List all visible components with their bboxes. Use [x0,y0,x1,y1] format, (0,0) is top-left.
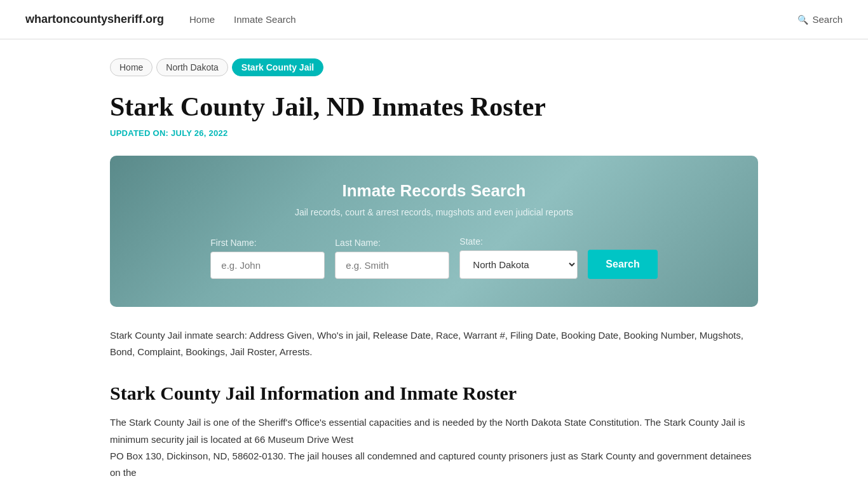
updated-on: UPDATED ON: JULY 26, 2022 [110,128,758,138]
site-logo[interactable]: whartoncountysheriff.org [25,13,164,26]
last-name-input[interactable] [335,252,449,279]
breadcrumb-north-dakota[interactable]: North Dakota [156,58,227,76]
search-card-subtitle: Jail records, court & arrest records, mu… [148,207,720,217]
search-button[interactable]: Search [588,250,657,279]
breadcrumb: Home North Dakota Stark County Jail [110,58,758,76]
main-nav: Home Inmate Search [189,14,772,25]
header-search[interactable]: 🔍 Search [797,14,843,25]
last-name-label: Last Name: [335,238,381,248]
nav-home[interactable]: Home [189,14,215,25]
site-header: whartoncountysheriff.org Home Inmate Sea… [0,0,868,39]
search-form: First Name: Last Name: State: AlabamaAla… [148,236,720,279]
first-name-input[interactable] [210,252,325,279]
state-select[interactable]: AlabamaAlaskaArizonaArkansasCaliforniaCo… [459,250,578,279]
breadcrumb-stark-county-jail[interactable]: Stark County Jail [232,58,323,76]
nav-inmate-search[interactable]: Inmate Search [234,14,296,25]
last-name-group: Last Name: [335,238,449,279]
state-label: State: [459,236,483,247]
first-name-group: First Name: [210,238,325,279]
page-title: Stark County Jail, ND Inmates Roster [110,92,758,122]
description-text: Stark County Jail inmate search: Address… [110,327,758,360]
main-content: Home North Dakota Stark County Jail Star… [85,39,783,488]
info-section-heading: Stark County Jail Information and Inmate… [110,383,758,404]
info-body-text: The Stark County Jail is one of the Sher… [110,414,758,481]
breadcrumb-home[interactable]: Home [110,58,153,76]
header-search-label: Search [812,14,843,25]
search-card-title: Inmate Records Search [148,181,720,201]
state-group: State: AlabamaAlaskaArizonaArkansasCalif… [459,236,578,279]
search-card: Inmate Records Search Jail records, cour… [110,156,758,307]
first-name-label: First Name: [210,238,256,248]
search-icon: 🔍 [797,15,808,25]
